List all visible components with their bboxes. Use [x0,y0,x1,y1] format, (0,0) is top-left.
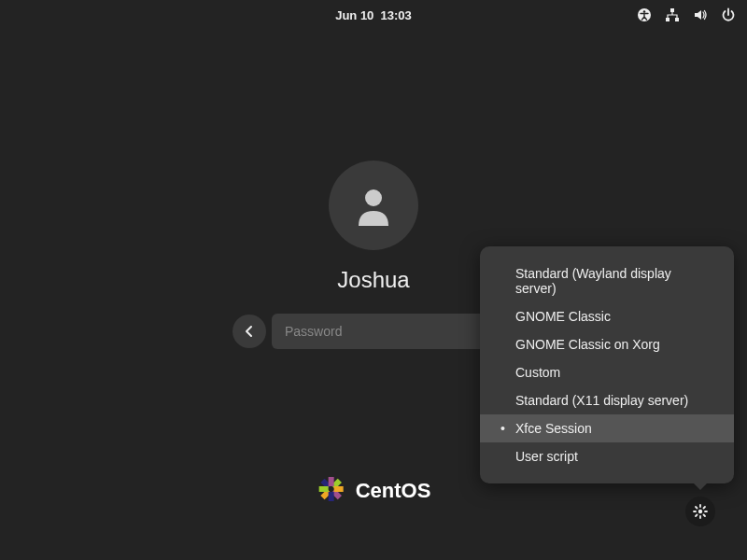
svg-rect-3 [666,18,669,21]
distro-branding: CentOS [317,474,431,508]
svg-point-16 [698,510,702,513]
svg-rect-14 [329,492,334,501]
password-input[interactable] [272,314,514,349]
svg-point-5 [365,189,382,206]
volume-icon[interactable] [693,7,708,22]
session-item[interactable]: Standard (Wayland display server) [480,259,734,302]
power-icon[interactable] [721,7,736,22]
password-field-wrapper [272,314,514,349]
session-item[interactable]: GNOME Classic on Xorg [480,330,734,358]
svg-point-1 [643,10,646,13]
session-item[interactable]: GNOME Classic [480,302,734,330]
distro-name: CentOS [356,479,431,503]
svg-rect-12 [329,477,334,486]
network-icon[interactable] [665,7,680,22]
svg-rect-15 [319,486,329,492]
time-label: 13:03 [381,8,412,22]
top-bar: Jun 10 13:03 [0,0,747,30]
svg-rect-2 [670,8,674,12]
datetime: Jun 10 13:03 [335,8,412,22]
password-row [233,314,514,349]
distro-logo-icon [317,474,346,508]
topbar-icons [637,0,736,30]
session-menu: Standard (Wayland display server)GNOME C… [480,246,734,483]
session-item[interactable]: Standard (X11 display server) [480,386,734,414]
login-panel: Joshua [233,161,514,349]
svg-rect-4 [675,18,679,21]
session-item[interactable]: Custom [480,358,734,386]
svg-rect-13 [334,486,344,492]
accessibility-icon[interactable] [637,7,652,22]
session-item[interactable]: Xfce Session [480,414,734,442]
session-item[interactable]: User script [480,442,734,470]
date-label: Jun 10 [335,8,374,22]
avatar [329,161,418,250]
back-button[interactable] [233,315,266,348]
username-label: Joshua [337,267,409,293]
session-settings-button[interactable] [685,497,715,526]
